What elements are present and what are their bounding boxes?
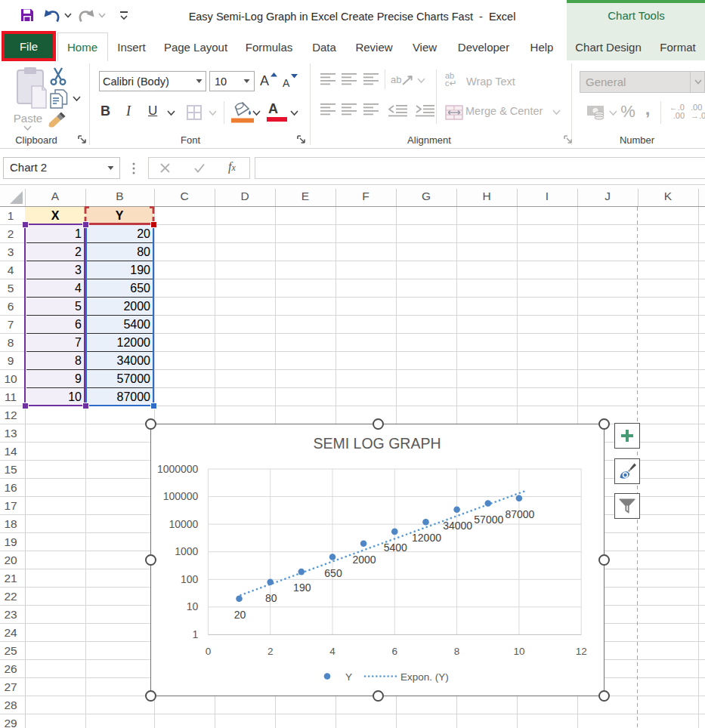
svg-text:100000: 100000: [163, 490, 199, 502]
svg-text:1000000: 1000000: [157, 463, 199, 475]
svg-text:34000: 34000: [443, 520, 472, 532]
svg-text:Y: Y: [345, 671, 352, 683]
svg-text:57000: 57000: [474, 514, 503, 526]
svg-text:1: 1: [193, 628, 199, 640]
svg-text:10: 10: [187, 600, 199, 612]
svg-text:190: 190: [293, 581, 311, 594]
svg-text:5400: 5400: [384, 541, 407, 554]
svg-text:2000: 2000: [353, 554, 376, 566]
svg-text:6: 6: [392, 646, 398, 657]
svg-text:4: 4: [329, 646, 335, 657]
svg-text:650: 650: [324, 567, 342, 579]
svg-text:12000: 12000: [412, 532, 441, 544]
svg-text:Expon. (Y): Expon. (Y): [400, 671, 449, 683]
svg-text:0: 0: [206, 646, 212, 657]
svg-text:10: 10: [513, 646, 524, 657]
svg-text:100: 100: [181, 573, 199, 585]
svg-text:80: 80: [265, 592, 277, 604]
svg-text:SEMI LOG GRAPH: SEMI LOG GRAPH: [313, 435, 441, 452]
svg-text:2: 2: [267, 646, 274, 657]
svg-text:8: 8: [454, 646, 460, 657]
svg-text:20: 20: [234, 609, 246, 621]
svg-text:1000: 1000: [175, 545, 198, 557]
svg-text:12: 12: [576, 646, 587, 657]
svg-text:10000: 10000: [169, 518, 198, 530]
svg-text:87000: 87000: [505, 508, 534, 520]
